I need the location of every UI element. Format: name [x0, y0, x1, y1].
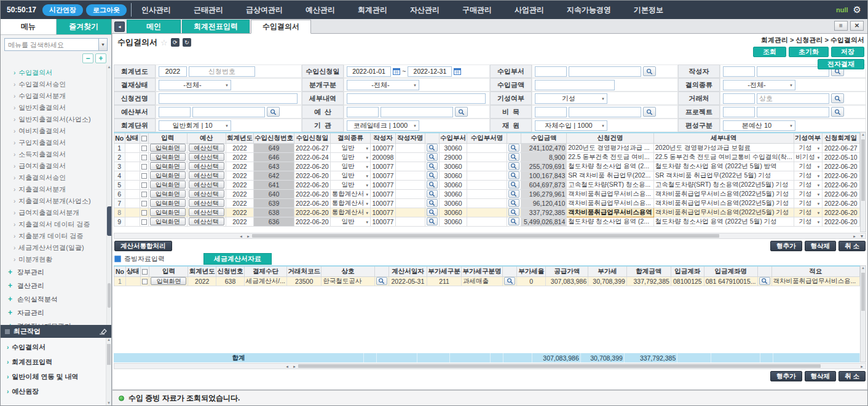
cell-request-title[interactable]: 철도차량 청소사업 용역 (2... [567, 217, 654, 226]
search-icon[interactable] [427, 199, 438, 207]
cell-detail[interactable]: 22.5 동부건축 전도금 여비교통비 수입결의(착... [653, 152, 794, 162]
cell-writer[interactable]: 100077 [371, 198, 395, 208]
cell-fiscal-year[interactable]: 2022 [226, 152, 253, 162]
search-button[interactable]: 조회 [753, 47, 786, 57]
search-icon[interactable] [643, 107, 656, 117]
cell-dept-search[interactable] [507, 152, 521, 162]
cell-income-amount[interactable]: 96,120,410 [521, 198, 567, 208]
search-icon[interactable] [508, 199, 519, 207]
cell-decision-type[interactable]: 일반▼ [330, 162, 371, 171]
column-header-writer-name[interactable]: 작성자명 [395, 133, 425, 143]
top-menu-item[interactable]: 회계관리 [358, 5, 387, 15]
cell-check[interactable] [140, 152, 148, 162]
scroll-up-icon[interactable]: ▲ [108, 65, 111, 69]
cell-request-title[interactable]: 객차비품취급업무서비스용... [567, 189, 654, 198]
cell-income-dept[interactable]: 30060 [439, 171, 467, 180]
cell-status[interactable] [125, 180, 140, 189]
cell-dept-search[interactable] [507, 162, 521, 171]
sidebar-item[interactable]: ›급여지출결의서 [1, 160, 111, 172]
cell-check[interactable] [140, 171, 148, 180]
cell-dept-search[interactable] [507, 180, 521, 189]
horizontal-scrollbar[interactable]: ◂ ▸ ▸ ▼ [114, 233, 866, 239]
search-icon[interactable] [427, 144, 438, 152]
cell-no[interactable]: 1 [114, 143, 125, 152]
cell-writer-search[interactable] [425, 180, 439, 189]
sidebar-item[interactable]: ›세금계산서연결(일괄) [1, 242, 111, 254]
search-icon[interactable] [643, 66, 656, 76]
cell-vat-amount[interactable]: 30,708,399 [588, 276, 627, 286]
scroll-down-icon[interactable]: ▼ [107, 401, 111, 405]
column-header-vat-code[interactable]: 부가세구분 [427, 266, 462, 276]
detail-input[interactable] [347, 93, 486, 104]
table-row[interactable]: 3입력화면예산선택20226432022-06-20일반▼10007730060… [114, 162, 860, 171]
search-icon[interactable] [508, 181, 519, 189]
search-icon[interactable] [508, 144, 519, 152]
cell-income-request-date[interactable]: 2022-06-20 [294, 162, 331, 171]
cell-income-amount[interactable]: 8,900 [521, 152, 567, 162]
scrollbar-thumb[interactable] [861, 139, 865, 201]
sidebar-item[interactable]: ›미분개현황 [1, 254, 111, 265]
cell-income-dept[interactable]: 30060 [439, 217, 467, 226]
request-no-input[interactable] [189, 66, 255, 77]
cell-completion[interactable]: 기성▼ [794, 217, 822, 226]
vendor-code-input[interactable] [723, 93, 755, 104]
income-dept-code-input[interactable] [535, 66, 567, 77]
sidebar-item[interactable]: ›지출분개 데이터 검증 [1, 230, 111, 242]
cell-detail[interactable]: 철도차량 청소사업 용역 (2022년 5월) 기성 [653, 217, 794, 226]
cell-income-request-no[interactable]: 643 [254, 162, 294, 171]
accounting-unit-select[interactable]: 일반회계 | 10▼ [159, 120, 231, 131]
delete-row-button[interactable]: 행삭제 [805, 241, 837, 251]
cell-income-amount[interactable]: 255,709,691 [521, 162, 567, 171]
cell-request-acct-date[interactable]: 2022-06-20 [822, 198, 859, 208]
cell-request-no[interactable]: 638 [216, 276, 245, 286]
cell-request-acct-date[interactable]: 2022-06-20 [822, 162, 859, 171]
search-dropdown-button[interactable]: ▼ [99, 38, 108, 51]
top-menu-item[interactable]: 기본정보 [634, 5, 663, 15]
budget-code-input[interactable] [347, 107, 379, 117]
top-menu-item[interactable]: 인사관리 [141, 5, 171, 15]
column-header-pay-method[interactable]: 결제수단 [244, 266, 286, 276]
search-icon[interactable] [508, 190, 519, 198]
cell-income-dept[interactable]: 30060 [439, 143, 467, 152]
cell-income-amount[interactable]: 604,697,873 [521, 180, 567, 189]
search-icon[interactable] [427, 153, 438, 161]
cancel-button[interactable]: 취 소 [838, 241, 866, 251]
select-all-checkbox[interactable] [141, 136, 147, 141]
save-button[interactable]: 저장 [831, 47, 864, 57]
cell-decision-type[interactable]: 통합계산서▼ [330, 208, 371, 217]
document-tab[interactable]: 메인 [127, 20, 181, 33]
search-icon[interactable] [376, 277, 387, 285]
cell-fiscal-year[interactable]: 2022 [188, 276, 216, 286]
column-header-income-request-date[interactable]: 수입신청일 [294, 133, 331, 143]
row-checkbox[interactable] [141, 164, 147, 170]
cell-request-title[interactable]: 객차비품취급업무서비스용역 [567, 208, 654, 217]
cell-completion[interactable]: 비기성▼ [794, 152, 822, 162]
cell-writer-name[interactable] [395, 162, 425, 171]
project-code-input[interactable] [723, 107, 755, 117]
search-icon[interactable] [427, 190, 438, 198]
cell-invoice-date[interactable]: 2022-05-31 [389, 276, 427, 286]
recent-work-item[interactable]: ›예산원장 [1, 384, 111, 399]
agency-select[interactable]: 코레일테크 | 1000▼ [347, 120, 419, 131]
sidebar-collapse-handle[interactable] [107, 206, 111, 236]
fund-source-select[interactable]: 자체수입 | 1000▼ [535, 120, 607, 131]
cell-budget[interactable]: 예산선택 [187, 171, 226, 180]
cell-completion[interactable]: 기성▼ [794, 180, 822, 189]
cell-deposit-account-name[interactable]: 081 647910015... [704, 276, 757, 286]
budget-screen-button[interactable]: 예산선택 [189, 217, 224, 225]
cell-vendor-search[interactable] [374, 276, 389, 286]
cell-input[interactable]: 입력화면 [148, 180, 187, 189]
budget-screen-button[interactable]: 예산선택 [189, 171, 224, 179]
sidebar-group[interactable]: +장부관리 [1, 265, 111, 279]
sidebar-tab-menu[interactable]: 메뉴 [1, 19, 57, 34]
sidebar-item[interactable]: ›구입지출결의서 [1, 137, 111, 149]
row-checkbox[interactable] [141, 173, 147, 179]
search-icon[interactable] [427, 171, 438, 179]
cell-input[interactable]: 입력화면 [148, 143, 187, 152]
search-icon[interactable] [508, 208, 519, 216]
cell-dept-search[interactable] [507, 189, 521, 198]
cell-no[interactable]: 1 [114, 276, 126, 286]
input-screen-button[interactable]: 입력화면 [151, 277, 186, 285]
cell-writer-name[interactable] [395, 217, 425, 226]
cell-vat-name[interactable]: 과세매출 [461, 276, 502, 286]
